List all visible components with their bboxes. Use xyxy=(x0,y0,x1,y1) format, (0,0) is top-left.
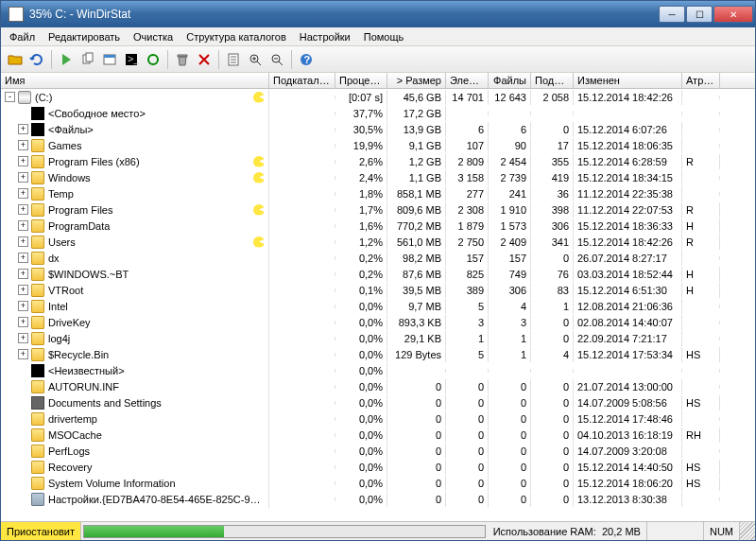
expander[interactable]: + xyxy=(18,124,28,134)
col-files[interactable]: Файлы xyxy=(489,73,531,88)
table-row[interactable]: +VTRoot 0,1% 39,5 MB 389 306 83 15.12.20… xyxy=(1,282,755,298)
expander[interactable]: + xyxy=(18,156,28,166)
expander[interactable]: + xyxy=(18,349,28,359)
table-row[interactable]: +Program Files (x86) 2,6% 1,2 GB 2 809 2… xyxy=(1,153,755,169)
expander[interactable]: + xyxy=(18,301,28,311)
table-row[interactable]: +$WINDOWS.~BT 0,2% 87,6 MB 825 749 76 03… xyxy=(1,266,755,282)
menu-help[interactable]: Помощь xyxy=(357,29,411,44)
file-tree[interactable]: Имя Подкаталоги, % Процент... > Размер Э… xyxy=(1,73,755,521)
table-row[interactable]: drivertemp 0,0% 0 0 0 0 15.12.2014 17:48… xyxy=(1,410,755,427)
folder-icon xyxy=(31,187,44,201)
table-row[interactable]: +Games 19,9% 9,1 GB 107 90 17 15.12.2014… xyxy=(1,137,755,153)
table-row[interactable]: MSOCache 0,0% 0 0 0 0 04.10.2013 16:18:1… xyxy=(1,427,755,443)
folder-icon xyxy=(31,268,44,281)
table-row[interactable]: +DriveKey 0,0% 893,3 KB 3 3 0 02.08.2014… xyxy=(1,314,755,330)
props-icon[interactable] xyxy=(223,49,244,70)
table-row[interactable]: <Свободное место> 37,7% 17,2 GB xyxy=(1,105,755,121)
expander[interactable]: + xyxy=(18,269,28,279)
table-row[interactable]: +Users 1,2% 561,0 MB 2 750 2 409 341 15.… xyxy=(1,234,755,250)
table-row[interactable]: PerfLogs 0,0% 0 0 0 0 14.07.2009 3:20:08 xyxy=(1,443,755,459)
expander[interactable]: + xyxy=(18,236,28,247)
table-row[interactable]: +log4j 0,0% 29,1 KB 1 1 0 22.09.2014 7:2… xyxy=(1,330,755,346)
expander[interactable]: + xyxy=(18,140,28,150)
delete-icon[interactable] xyxy=(194,49,215,70)
expander[interactable]: + xyxy=(18,220,28,231)
expander[interactable]: - xyxy=(5,92,15,102)
table-row[interactable]: +Windows 2,4% 1,1 GB 3 158 2 739 419 15.… xyxy=(1,169,755,185)
separator xyxy=(218,50,219,69)
table-row[interactable]: +$Recycle.Bin 0,0% 129 Bytes 5 1 4 15.12… xyxy=(1,346,755,362)
expander[interactable]: + xyxy=(18,204,28,215)
table-row[interactable]: Recovery 0,0% 0 0 0 0 15.12.2014 14:40:5… xyxy=(1,459,755,475)
pause-button[interactable]: Приостановит xyxy=(1,522,81,540)
item-name: Intel xyxy=(48,301,265,312)
zoom-in-icon[interactable] xyxy=(245,49,266,70)
col-subdirs[interactable]: Подка... xyxy=(531,73,574,88)
item-name: Настройки.{ED7BA470-8E54-465E-825C-99712… xyxy=(48,494,265,505)
maximize-button[interactable]: ☐ xyxy=(686,6,713,23)
expander[interactable]: + xyxy=(18,285,28,295)
menu-treemap[interactable]: Структура каталогов xyxy=(180,29,293,44)
refresh-icon[interactable] xyxy=(26,49,47,70)
close-button[interactable]: ✕ xyxy=(713,6,753,23)
folder-icon xyxy=(31,332,44,345)
folder-icon xyxy=(31,236,44,249)
pacman-icon xyxy=(253,172,265,183)
recycle-icon[interactable] xyxy=(172,49,193,70)
expander[interactable]: + xyxy=(18,317,28,327)
col-attr[interactable]: Атри... xyxy=(682,73,720,88)
table-row[interactable]: System Volume Information 0,0% 0 0 0 0 1… xyxy=(1,475,755,491)
refresh2-icon[interactable] xyxy=(143,49,163,70)
col-items[interactable]: Элем... xyxy=(446,73,489,88)
table-row[interactable]: +Temp 1,8% 858,1 MB 277 241 36 11.12.201… xyxy=(1,185,755,201)
expander[interactable]: + xyxy=(18,333,28,343)
expander[interactable]: + xyxy=(18,253,28,263)
folder-icon xyxy=(31,203,44,217)
col-subtree[interactable]: Подкаталоги, % xyxy=(269,73,335,88)
copy-icon[interactable] xyxy=(77,49,98,70)
table-row[interactable]: +<Файлы> 30,5% 13,9 GB 6 6 0 15.12.2014 … xyxy=(1,121,755,137)
menu-settings[interactable]: Настройки xyxy=(293,29,357,44)
expander[interactable]: + xyxy=(18,172,28,183)
col-modified[interactable]: Изменен xyxy=(574,73,682,88)
table-row[interactable]: Настройки.{ED7BA470-8E54-465E-825C-99712… xyxy=(1,491,755,507)
resize-grip[interactable] xyxy=(740,522,755,540)
drive-icon xyxy=(18,91,31,104)
zoom-out-icon[interactable] xyxy=(266,49,287,70)
menu-file[interactable]: Файл xyxy=(3,29,42,44)
item-name: System Volume Information xyxy=(48,478,265,489)
block-icon xyxy=(31,364,44,377)
item-name: Recovery xyxy=(48,462,265,473)
col-size[interactable]: > Размер xyxy=(387,73,446,88)
table-row[interactable]: +Intel 0,0% 9,7 MB 5 4 1 12.08.2014 21:0… xyxy=(1,298,755,314)
expander[interactable]: + xyxy=(18,188,28,199)
open-icon[interactable] xyxy=(5,49,26,70)
item-name: drivertemp xyxy=(48,413,265,425)
folder-icon xyxy=(31,219,44,233)
col-percent[interactable]: Процент... xyxy=(335,73,387,88)
col-name[interactable]: Имя xyxy=(1,73,269,88)
blockg-icon xyxy=(31,396,44,410)
menu-cleanup[interactable]: Очистка xyxy=(127,29,180,44)
ram-label: Использование RAM: 20,2 MB xyxy=(488,522,647,540)
menu-edit[interactable]: Редактировать xyxy=(42,29,127,44)
table-row[interactable]: +dx 0,2% 98,2 MB 157 157 0 26.07.2014 8:… xyxy=(1,250,755,266)
statusbar: Приостановит Использование RAM: 20,2 MB … xyxy=(1,521,755,540)
titlebar[interactable]: 35% C: - WinDirStat ─ ☐ ✕ xyxy=(1,1,755,27)
pacman-icon xyxy=(253,204,265,216)
table-row[interactable]: AUTORUN.INF 0,0% 0 0 0 0 21.07.2014 13:0… xyxy=(1,378,755,394)
explorer-icon[interactable] xyxy=(99,49,120,70)
minimize-button[interactable]: ─ xyxy=(659,6,685,23)
table-row[interactable]: <Неизвестный> 0,0% xyxy=(1,362,755,378)
table-row[interactable]: -(C:) [0:07 s] 45,6 GB 14 701 12 643 2 0… xyxy=(1,89,755,105)
table-row[interactable]: +ProgramData 1,6% 770,2 MB 1 879 1 573 3… xyxy=(1,218,755,234)
table-row[interactable]: +Program Files 1,7% 809,6 MB 2 308 1 910… xyxy=(1,201,755,218)
cmd-icon[interactable]: >_ xyxy=(121,49,142,70)
item-name: DriveKey xyxy=(48,317,265,328)
folder-icon xyxy=(31,380,44,393)
item-name: MSOCache xyxy=(48,429,265,441)
table-row[interactable]: Documents and Settings 0,0% 0 0 0 0 14.0… xyxy=(1,394,755,410)
help-icon[interactable]: ? xyxy=(296,49,317,70)
suspend-icon[interactable] xyxy=(56,49,77,70)
svg-rect-3 xyxy=(104,55,115,58)
